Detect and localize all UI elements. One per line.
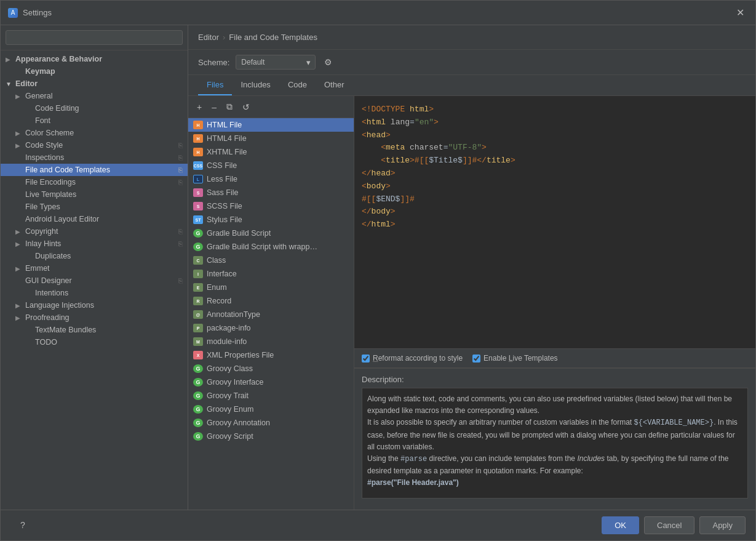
file-item-interface[interactable]: I Interface (188, 267, 354, 281)
groovy-trait-icon: G (193, 391, 203, 400)
sidebar-item-live-templates[interactable]: Live Templates (1, 188, 188, 201)
file-item-gradle-wrapper[interactable]: G Gradle Build Script with wrapp… (188, 240, 354, 254)
live-templates-checkbox[interactable] (472, 355, 480, 363)
sidebar-item-intentions[interactable]: Intentions (1, 287, 188, 299)
sidebar: 🔍 ▶ Appearance & Behavior Keymap ▼ (1, 25, 188, 510)
sidebar-item-proofreading[interactable]: ▶ Proofreading (1, 311, 188, 324)
apply-button[interactable]: Apply (699, 516, 746, 534)
sidebar-item-duplicates[interactable]: Duplicates (1, 250, 188, 262)
file-item-gradle[interactable]: G Gradle Build Script (188, 226, 354, 240)
sidebar-item-gui-designer[interactable]: GUI Designer ⎘ (1, 275, 188, 287)
scheme-select[interactable]: Default Project (236, 55, 316, 70)
gradle-file-icon: G (193, 229, 203, 238)
file-item-groovy-script[interactable]: G Groovy Script (188, 430, 354, 443)
groovy-enum-icon: G (193, 405, 203, 414)
file-item-label: Gradle Build Script (207, 229, 271, 238)
sidebar-item-copyright[interactable]: ▶ Copyright ⎘ (1, 225, 188, 238)
gradle-wrapper-icon: G (193, 242, 203, 251)
file-item-record[interactable]: R Record (188, 294, 354, 308)
close-button[interactable]: ✕ (733, 6, 748, 20)
sidebar-item-file-encodings[interactable]: File Encodings ⎘ (1, 176, 188, 188)
sidebar-item-appearance[interactable]: ▶ Appearance & Behavior (1, 53, 188, 65)
arrow-icon: ▼ (6, 81, 13, 87)
reset-template-button[interactable]: ↺ (239, 100, 253, 114)
file-item-label: HTML4 File (207, 134, 247, 143)
file-item-html4[interactable]: H HTML4 File (188, 132, 354, 145)
enum-file-icon: E (193, 283, 203, 292)
live-templates-checkbox-label[interactable]: Enable Live Templates (472, 354, 558, 363)
file-item-xhtml[interactable]: H XHTML File (188, 145, 354, 159)
help-button[interactable]: ? (10, 516, 35, 534)
file-item-groovy-annotation[interactable]: G Groovy Annotation (188, 416, 354, 430)
file-item-enum[interactable]: E Enum (188, 281, 354, 294)
tab-includes[interactable]: Includes (232, 75, 279, 95)
sidebar-item-label: Inspections (25, 153, 64, 162)
file-item-stylus[interactable]: ST Stylus File (188, 213, 354, 226)
sidebar-item-todo[interactable]: TODO (1, 336, 188, 348)
file-item-module-info[interactable]: M module-info (188, 335, 354, 348)
sidebar-item-font[interactable]: Font (1, 114, 188, 127)
file-item-css[interactable]: CSS CSS File (188, 159, 354, 172)
copy-icon: ⎘ (178, 154, 183, 161)
tab-files[interactable]: Files (198, 75, 232, 95)
search-input[interactable] (6, 30, 183, 45)
search-box: 🔍 (1, 25, 188, 50)
file-item-less[interactable]: L Less File (188, 172, 354, 186)
file-item-sass[interactable]: S Sass File (188, 186, 354, 199)
add-template-button[interactable]: + (193, 100, 205, 114)
sidebar-item-emmet[interactable]: ▶ Emmet (1, 262, 188, 275)
description-text: Along with static text, code and comment… (362, 388, 748, 499)
tab-other[interactable]: Other (316, 75, 353, 95)
copy-template-button[interactable]: ⧉ (223, 100, 236, 114)
file-item-groovy-interface[interactable]: G Groovy Interface (188, 375, 354, 389)
sidebar-item-keymap[interactable]: Keymap (1, 65, 188, 78)
sidebar-item-android-layout[interactable]: Android Layout Editor (1, 213, 188, 225)
file-item-groovy-enum[interactable]: G Groovy Enum (188, 403, 354, 416)
code-editor[interactable]: <!DOCTYPE html> <html lang="en"> <head> … (354, 96, 755, 348)
reformat-checkbox[interactable] (362, 355, 370, 363)
breadcrumb: Editor › File and Code Templates (188, 25, 755, 50)
file-item-xml-properties[interactable]: X XML Properties File (188, 348, 354, 362)
file-item-package-info[interactable]: P package-info (188, 321, 354, 335)
sidebar-item-color-scheme[interactable]: ▶ Color Scheme (1, 127, 188, 139)
sidebar-item-language-injections[interactable]: ▶ Language Injections (1, 299, 188, 311)
module-info-icon: M (193, 337, 203, 346)
file-list-panel: + – ⧉ ↺ H HTML File H HTML4 File (188, 96, 354, 510)
file-item-label: Class (207, 256, 226, 265)
sidebar-item-inlay-hints[interactable]: ▶ Inlay Hints ⎘ (1, 238, 188, 250)
file-item-annotation[interactable]: @ AnnotationType (188, 308, 354, 321)
cancel-button[interactable]: Cancel (644, 516, 694, 534)
arrow-icon: ▶ (15, 228, 23, 235)
copy-icon: ⎘ (178, 240, 183, 247)
file-item-html[interactable]: H HTML File (188, 118, 354, 132)
sidebar-item-file-types[interactable]: File Types (1, 201, 188, 213)
sidebar-item-file-code-templates[interactable]: File and Code Templates ⎘ (1, 164, 188, 176)
sidebar-item-general[interactable]: ▶ General (1, 90, 188, 102)
reformat-label: Reformat according to style (373, 354, 463, 363)
sidebar-tree: ▶ Appearance & Behavior Keymap ▼ Editor … (1, 50, 188, 510)
sidebar-item-code-style[interactable]: ▶ Code Style ⎘ (1, 139, 188, 151)
arrow-icon: ▶ (15, 142, 23, 149)
file-item-groovy-trait[interactable]: G Groovy Trait (188, 389, 354, 403)
copy-icon: ⎘ (178, 277, 183, 284)
file-item-label: SCSS File (207, 202, 242, 210)
sidebar-item-inspections[interactable]: Inspections ⎘ (1, 151, 188, 164)
record-file-icon: R (193, 297, 203, 305)
file-item-scss[interactable]: S SCSS File (188, 199, 354, 213)
file-item-groovy-class[interactable]: G Groovy Class (188, 362, 354, 375)
file-item-label: Enum (207, 283, 227, 292)
sidebar-item-code-editing[interactable]: Code Editing (1, 102, 188, 114)
tab-code[interactable]: Code (279, 75, 316, 95)
groovy-annotation-icon: G (193, 419, 203, 427)
sidebar-item-label: Live Templates (25, 190, 76, 199)
file-item-label: Groovy Annotation (207, 419, 270, 427)
file-item-label: Groovy Enum (207, 405, 253, 414)
reformat-checkbox-label[interactable]: Reformat according to style (362, 354, 463, 363)
ok-button[interactable]: OK (602, 516, 639, 534)
sidebar-item-textmate[interactable]: TextMate Bundles (1, 324, 188, 336)
remove-template-button[interactable]: – (208, 100, 220, 114)
sidebar-item-editor[interactable]: ▼ Editor (1, 78, 188, 90)
file-item-label: Gradle Build Script with wrapp… (207, 242, 317, 251)
file-item-class[interactable]: C Class (188, 254, 354, 267)
scheme-gear-button[interactable]: ⚙ (322, 55, 335, 70)
